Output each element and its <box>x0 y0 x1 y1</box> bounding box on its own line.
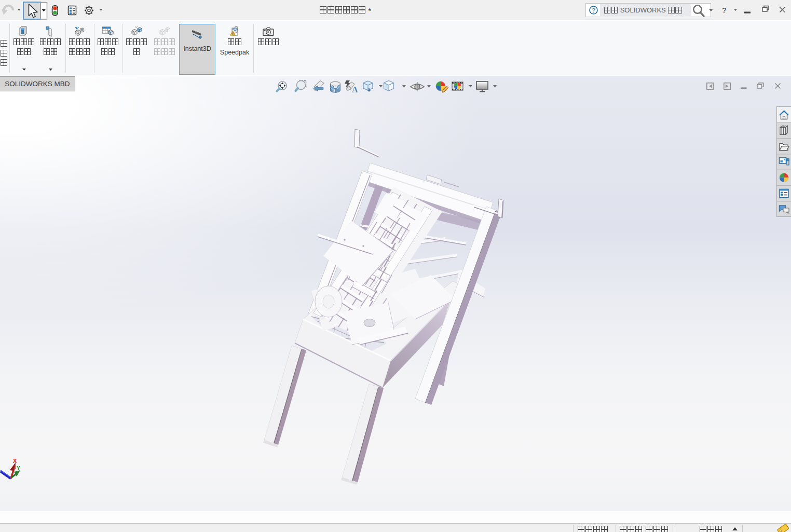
svg-text:A: A <box>352 85 358 94</box>
svg-text:Y: Y <box>17 466 20 471</box>
svg-text:?: ? <box>592 7 595 13</box>
svg-text:?: ? <box>722 6 726 15</box>
svg-text:X: X <box>13 458 17 464</box>
